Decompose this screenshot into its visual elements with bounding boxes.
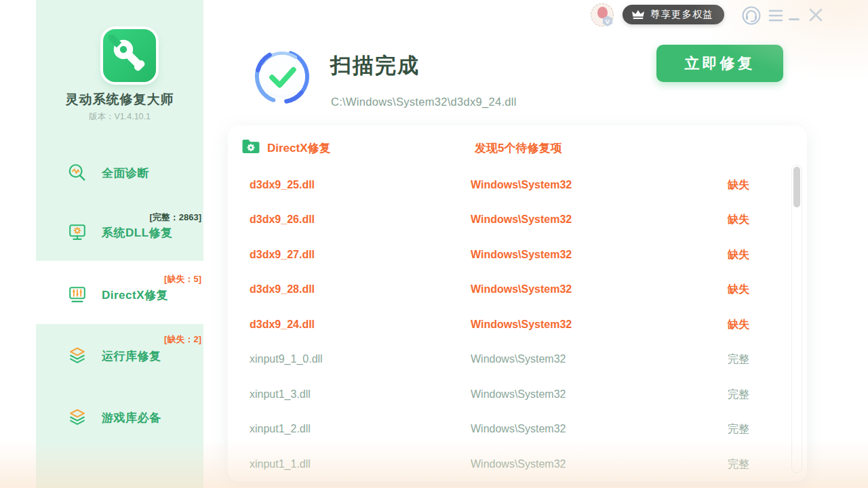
app-window: 灵动系统修复大师 版本：V1.4.10.1 全面诊断: [0, 0, 868, 488]
dll-location: Windows\System32: [471, 214, 572, 226]
dll-name: d3dx9_25.dll: [250, 179, 315, 191]
sidebar-item-game-libs[interactable]: 游戏库必备: [36, 397, 203, 438]
minimize-button[interactable]: [788, 18, 800, 20]
layers-icon: [67, 407, 87, 428]
dll-location: Windows\System32: [471, 179, 572, 191]
dll-location: Windows\System32: [471, 458, 566, 470]
sidebar-badge-missing-count: [缺失：5]: [164, 273, 201, 285]
scanned-file-path: C:\Windows\System32\d3dx9_24.dll: [331, 96, 517, 108]
dll-name: d3dx9_27.dll: [250, 249, 315, 261]
vip-upgrade-label: 尊享更多权益: [650, 8, 713, 21]
sidebar-item-label: DirectX修复: [102, 287, 168, 303]
dll-location: Windows\System32: [471, 353, 566, 365]
table-row[interactable]: xinput1_3.dll Windows\System32 完整: [228, 377, 807, 412]
sliders-panel-icon: [67, 285, 87, 305]
dll-status: 完整: [728, 387, 749, 401]
sidebar-item-label: 运行库修复: [102, 348, 161, 364]
close-icon: [808, 7, 824, 23]
sidebar-badge-complete-count: [完整：2863]: [149, 211, 201, 224]
folder-gear-icon: [241, 138, 260, 155]
dll-status: 完整: [728, 457, 749, 471]
layers-icon: [67, 346, 87, 366]
panel-header: DirectX修复 发现5个待修复项: [228, 125, 807, 167]
table-row[interactable]: d3dx9_25.dll Windows\System32 缺失: [228, 167, 807, 203]
dll-name: xinput1_1.dll: [250, 458, 311, 470]
dll-location: Windows\System32: [471, 319, 572, 331]
sidebar-item-label: 游戏库必备: [102, 410, 161, 426]
table-row[interactable]: xinput9_1_0.dll Windows\System32 完整: [228, 342, 807, 378]
dll-location: Windows\System32: [471, 283, 572, 296]
sidebar-item-full-diagnosis[interactable]: 全面诊断: [36, 152, 203, 193]
minimize-icon: [789, 18, 800, 20]
table-scrollbar-thumb[interactable]: [793, 167, 800, 207]
close-button[interactable]: [806, 5, 825, 24]
customer-service-button[interactable]: [741, 5, 762, 26]
dll-name: d3dx9_28.dll: [250, 283, 315, 296]
repair-now-button[interactable]: 立即修复: [656, 45, 783, 82]
table-row[interactable]: d3dx9_24.dll Windows\System32 缺失: [228, 307, 807, 342]
app-logo: [103, 29, 156, 82]
dll-location: Windows\System32: [471, 249, 572, 261]
diagnosis-magnifier-icon: [67, 163, 87, 183]
table-row[interactable]: xinput1_2.dll Windows\System32 完整: [228, 412, 807, 447]
hamburger-menu-icon: [768, 9, 783, 22]
table-row[interactable]: xinput1_1.dll Windows\System32 完整: [228, 447, 807, 481]
sidebar: 灵动系统修复大师 版本：V1.4.10.1 全面诊断: [36, 0, 203, 488]
table-row[interactable]: d3dx9_28.dll Windows\System32 缺失: [228, 272, 807, 308]
scan-complete-icon: [253, 47, 311, 106]
vip-upgrade-button[interactable]: 尊享更多权益: [623, 5, 724, 24]
scan-status-title: 扫描完成: [330, 52, 420, 80]
dll-name: xinput9_1_0.dll: [250, 353, 323, 365]
table-scrollbar-track[interactable]: [791, 165, 802, 473]
main-menu-button[interactable]: [768, 8, 784, 23]
dll-location: Windows\System32: [471, 388, 566, 401]
dll-name: d3dx9_26.dll: [250, 214, 315, 226]
sidebar-item-label: 全面诊断: [102, 165, 149, 181]
dll-status: 完整: [728, 422, 749, 436]
dll-table: d3dx9_25.dll Windows\System32 缺失 d3dx9_2…: [228, 167, 807, 481]
headset-icon: [741, 5, 762, 26]
app-version: 版本：V1.4.10.1: [36, 111, 203, 123]
dll-status: 缺失: [728, 283, 749, 297]
panel-summary: 发现5个待修复项: [475, 140, 561, 156]
left-white-strip: [0, 0, 36, 488]
dll-status: 缺失: [728, 178, 749, 192]
wrench-icon: [108, 35, 151, 77]
dll-status: 缺失: [728, 247, 749, 262]
dll-location: Windows\System32: [471, 423, 566, 435]
panel-title: DirectX修复: [267, 140, 331, 156]
sidebar-item-label: 系统DLL修复: [102, 225, 173, 241]
sidebar-badge-missing-count: [缺失：2]: [164, 333, 201, 346]
table-row[interactable]: d3dx9_26.dll Windows\System32 缺失: [228, 203, 807, 238]
repair-results-panel: DirectX修复 发现5个待修复项 d3dx9_25.dll Windows\…: [228, 125, 807, 481]
dll-status: 完整: [728, 352, 749, 367]
dll-name: d3dx9_24.dll: [250, 319, 315, 331]
dll-status: 缺失: [728, 317, 749, 331]
dll-name: xinput1_2.dll: [250, 423, 311, 435]
dll-status: 缺失: [728, 213, 749, 227]
dll-name: xinput1_3.dll: [250, 388, 311, 401]
app-title: 灵动系统修复大师: [36, 91, 203, 108]
table-row[interactable]: d3dx9_27.dll Windows\System32 缺失: [228, 237, 807, 272]
monitor-gear-icon: [67, 222, 87, 243]
crown-icon: [631, 9, 645, 20]
